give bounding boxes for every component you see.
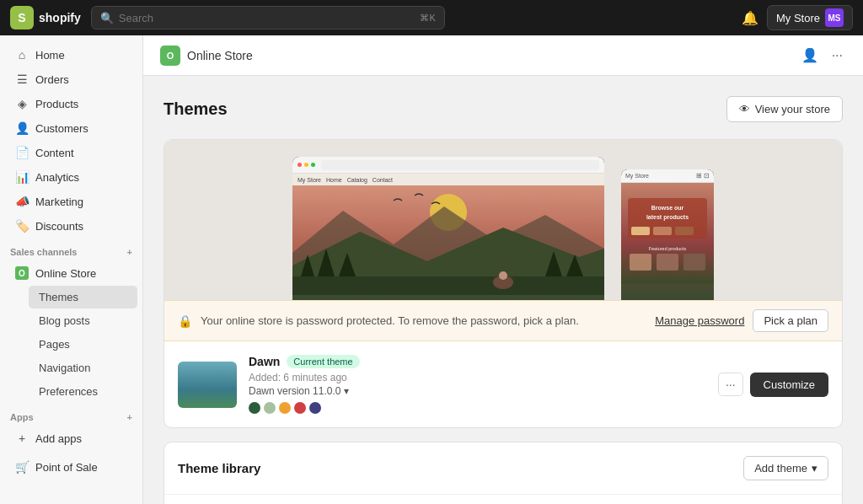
svg-rect-18 xyxy=(675,227,694,235)
sidebar-item-online-store[interactable]: O Online Store xyxy=(5,261,137,285)
breadcrumb-title: Online Store xyxy=(187,49,253,62)
online-store-icon: O xyxy=(15,266,29,280)
password-banner-text: Your online store is password protected.… xyxy=(201,314,646,327)
svg-rect-20 xyxy=(630,254,651,271)
mobile-chrome: My Store ⊞ ⊡ xyxy=(621,169,714,183)
breadcrumb: O Online Store xyxy=(160,46,253,66)
sidebar-item-orders[interactable]: ☰ Orders xyxy=(5,67,137,91)
theme-library-title: Theme library xyxy=(178,461,260,475)
sidebar-item-marketing[interactable]: 📣 Marketing xyxy=(5,190,137,213)
pos-icon: 🛒 xyxy=(15,460,29,474)
search-input[interactable] xyxy=(119,12,414,24)
manage-password-button[interactable]: Manage password xyxy=(655,314,744,327)
current-theme-badge: Current theme xyxy=(287,355,359,368)
sidebar-item-label: Online Store xyxy=(35,267,96,280)
swatch-3 xyxy=(279,402,291,414)
theme-library-card: Theme library Add theme ▾ Try out new th… xyxy=(163,442,843,504)
sidebar-item-label: Marketing xyxy=(35,196,83,208)
sidebar-item-products[interactable]: ◈ Products xyxy=(5,92,137,115)
sidebar-item-blog-posts[interactable]: Blog posts xyxy=(29,309,137,332)
svg-rect-22 xyxy=(683,254,705,271)
header-actions: 👤 ··· xyxy=(798,44,846,67)
sidebar-item-label: Home xyxy=(35,49,65,62)
discounts-icon: 🏷️ xyxy=(15,219,29,233)
more-options-button[interactable]: ··· xyxy=(828,45,846,67)
sidebar-item-content[interactable]: 📄 Content xyxy=(5,141,137,164)
store-name-preview: My Store xyxy=(297,177,321,183)
svg-text:latest products: latest products xyxy=(646,214,689,221)
sidebar-sub: Themes Blog posts Pages Navigation Prefe… xyxy=(0,286,142,403)
account-icon-button[interactable]: 👤 xyxy=(798,44,822,67)
store-button[interactable]: My Store MS xyxy=(767,5,853,30)
topnav: S shopify 🔍 ⌘K 🔔 My Store MS xyxy=(0,0,863,35)
chrome-nav xyxy=(321,160,599,170)
sidebar-item-add-apps[interactable]: + Add apps xyxy=(5,426,137,450)
svg-rect-21 xyxy=(657,254,678,271)
apps-chevron[interactable]: + xyxy=(127,412,132,422)
add-apps-icon: + xyxy=(15,432,29,445)
logo[interactable]: S shopify xyxy=(10,6,81,29)
sidebar-item-label: Navigation xyxy=(39,362,90,374)
online-store-header-icon: O xyxy=(160,46,180,66)
svg-text:Browse our: Browse our xyxy=(651,205,684,211)
sidebar-item-label: Pages xyxy=(39,338,70,351)
theme-thumbnail xyxy=(178,362,237,408)
sales-channels-chevron[interactable]: + xyxy=(127,247,132,257)
sidebar: ⌂ Home ☰ Orders ◈ Products 👤 Customers 📄… xyxy=(0,35,143,504)
view-store-button[interactable]: 👁 View your store xyxy=(726,96,843,122)
apps-label: Apps + xyxy=(0,404,142,426)
sidebar-item-label: Content xyxy=(35,147,74,159)
notifications-icon[interactable]: 🔔 xyxy=(742,10,758,26)
sidebar-item-discounts[interactable]: 🏷️ Discounts xyxy=(5,214,137,238)
theme-preview-images: My Store Home Catalog Contact xyxy=(164,140,842,300)
sidebar-item-pages[interactable]: Pages xyxy=(29,333,137,356)
desktop-preview-content: My Store Home Catalog Contact xyxy=(292,174,604,300)
swatch-1 xyxy=(249,402,260,414)
theme-version: Dawn version 11.0.0 ▾ xyxy=(249,385,706,397)
home-icon: ⌂ xyxy=(15,48,29,62)
analytics-icon: 📊 xyxy=(15,170,29,184)
sidebar-item-customers[interactable]: 👤 Customers xyxy=(5,116,137,140)
sidebar-item-analytics[interactable]: 📊 Analytics xyxy=(5,165,137,189)
sidebar-item-label: Add apps xyxy=(35,432,82,445)
marketing-icon: 📣 xyxy=(15,195,29,208)
sidebar-item-themes[interactable]: Themes xyxy=(29,286,137,308)
theme-color-swatches xyxy=(249,402,706,414)
sidebar-item-label: Customers xyxy=(35,122,88,135)
sidebar-item-label: Products xyxy=(35,98,78,110)
search-shortcut: ⌘K xyxy=(420,13,435,24)
customize-button[interactable]: Customize xyxy=(750,373,828,397)
theme-library-empty: Try out new themes, work on seasonal ver… xyxy=(164,495,842,504)
pick-plan-button[interactable]: Pick a plan xyxy=(753,309,828,332)
sidebar-item-pos[interactable]: 🛒 Point of Sale xyxy=(5,455,137,479)
products-icon: ◈ xyxy=(15,97,29,110)
topnav-right: 🔔 My Store MS xyxy=(742,5,853,30)
content-header: O Online Store 👤 ··· xyxy=(143,35,863,76)
content-inner: Themes 👁 View your store xyxy=(143,76,863,504)
landscape-svg xyxy=(292,185,604,295)
sidebar-item-label: Themes xyxy=(39,291,78,303)
theme-library-header: Theme library Add theme ▾ xyxy=(164,442,842,495)
theme-thumb-inner xyxy=(178,362,237,408)
svg-text:Featured products: Featured products xyxy=(649,246,687,251)
search-bar[interactable]: 🔍 ⌘K xyxy=(91,6,445,29)
chrome-yellow xyxy=(304,163,308,167)
add-theme-button[interactable]: Add theme ▾ xyxy=(743,456,828,480)
svg-point-11 xyxy=(499,271,507,280)
theme-more-options-button[interactable]: ··· xyxy=(718,373,743,396)
password-banner: 🔒 Your online store is password protecte… xyxy=(164,300,842,341)
sidebar-item-preferences[interactable]: Preferences xyxy=(29,380,137,403)
sidebar-item-label: Analytics xyxy=(35,171,79,184)
svg-rect-4 xyxy=(292,276,604,295)
desktop-topbar: My Store Home Catalog Contact xyxy=(292,174,604,185)
version-chevron-icon[interactable]: ▾ xyxy=(344,385,349,397)
page-header: Themes 👁 View your store xyxy=(163,96,843,122)
sidebar-item-home[interactable]: ⌂ Home xyxy=(5,43,137,67)
chrome-green xyxy=(311,163,315,167)
theme-details: Dawn Current theme Added: 6 minutes ago … xyxy=(249,355,706,414)
theme-name: Dawn xyxy=(249,355,280,368)
content-icon: 📄 xyxy=(15,146,29,159)
chrome-red xyxy=(297,163,302,167)
sidebar-item-navigation[interactable]: Navigation xyxy=(29,357,137,379)
lock-icon: 🔒 xyxy=(178,314,192,328)
